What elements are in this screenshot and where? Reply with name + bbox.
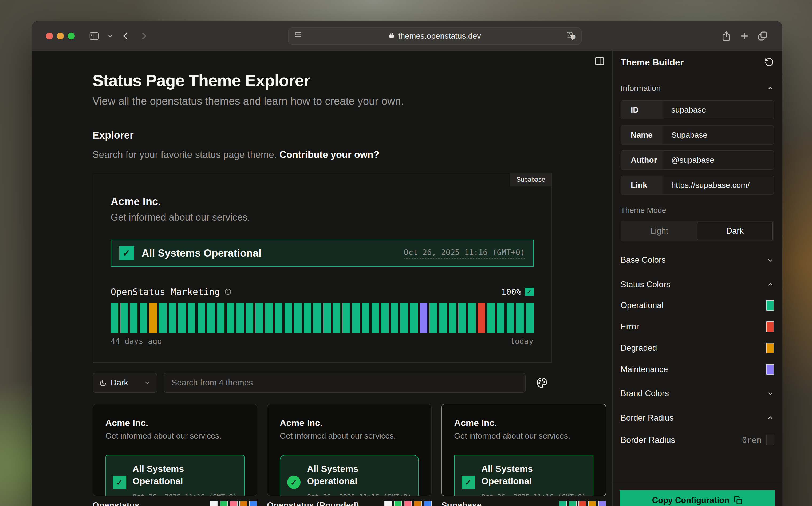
uptime-bar-operational[interactable] bbox=[169, 303, 176, 333]
translate-icon[interactable]: A✦ bbox=[566, 31, 576, 41]
new-tab-icon[interactable] bbox=[739, 30, 750, 41]
status-color-operational: Operational bbox=[620, 300, 774, 311]
uptime-bar-operational[interactable] bbox=[198, 303, 205, 333]
theme-card-supabase[interactable]: Acme Inc. Get informed about our service… bbox=[441, 404, 606, 496]
section-border-radius[interactable]: Border Radius bbox=[620, 413, 774, 423]
uptime-bar-operational[interactable] bbox=[275, 303, 282, 333]
address-bar[interactable]: themes.openstatus.dev A✦ bbox=[288, 27, 582, 45]
uptime-bar-operational[interactable] bbox=[236, 303, 244, 333]
uptime-bar-operational[interactable] bbox=[285, 303, 292, 333]
uptime-bar-operational[interactable] bbox=[333, 303, 340, 333]
field-value-input[interactable]: @supabase bbox=[663, 151, 773, 169]
uptime-bar-operational[interactable] bbox=[121, 303, 128, 333]
info-icon[interactable] bbox=[224, 288, 232, 296]
uptime-bar-operational[interactable] bbox=[468, 303, 475, 333]
theme-swatches bbox=[559, 501, 606, 506]
uptime-bar-operational[interactable] bbox=[507, 303, 514, 333]
bars-range-start: 44 days ago bbox=[111, 337, 162, 346]
palette-icon[interactable] bbox=[532, 373, 552, 393]
theme-color-swatch bbox=[588, 501, 596, 506]
contribute-link[interactable]: Contribute your own? bbox=[280, 149, 379, 160]
close-window-button[interactable] bbox=[46, 32, 53, 39]
uptime-bar-operational[interactable] bbox=[313, 303, 321, 333]
uptime-bar-operational[interactable] bbox=[439, 303, 447, 333]
uptime-bar-operational[interactable] bbox=[178, 303, 186, 333]
uptime-bar-degraded[interactable] bbox=[149, 303, 157, 333]
uptime-bar-operational[interactable] bbox=[488, 303, 495, 333]
browser-window: themes.openstatus.dev A✦ Status Page The… bbox=[32, 21, 782, 506]
border-radius-swatch[interactable] bbox=[766, 434, 774, 445]
uptime-bar-operational[interactable] bbox=[516, 303, 524, 333]
uptime-bar-operational[interactable] bbox=[526, 303, 534, 333]
color-swatch-degraded[interactable] bbox=[766, 343, 774, 353]
copy-configuration-button[interactable]: Copy Configuration bbox=[619, 490, 775, 506]
page-settings-icon[interactable] bbox=[293, 31, 303, 41]
sidebar-chevron-down-icon[interactable] bbox=[107, 32, 114, 39]
uptime-bar-operational[interactable] bbox=[294, 303, 302, 333]
uptime-bar-operational[interactable] bbox=[323, 303, 331, 333]
tab-overview-icon[interactable] bbox=[757, 30, 768, 41]
uptime-bar-operational[interactable] bbox=[130, 303, 138, 333]
browser-toolbar: themes.openstatus.dev A✦ bbox=[32, 21, 782, 51]
uptime-bar-operational[interactable] bbox=[449, 303, 456, 333]
uptime-bars[interactable] bbox=[111, 303, 534, 333]
section-information[interactable]: Information bbox=[620, 84, 774, 93]
theme-mode-dark[interactable]: Dark bbox=[697, 222, 773, 240]
theme-search-input[interactable] bbox=[164, 373, 526, 393]
back-button[interactable] bbox=[121, 31, 131, 41]
chevron-up-icon bbox=[766, 85, 774, 92]
status-timestamp[interactable]: Oct 26, 2025 11:16 (GMT+0) bbox=[404, 248, 525, 259]
share-icon[interactable] bbox=[721, 30, 732, 41]
uptime-bar-operational[interactable] bbox=[410, 303, 418, 333]
theme-card-openstatus-rounded[interactable]: Acme Inc. Get informed about our service… bbox=[267, 404, 432, 496]
field-value-input[interactable]: supabase bbox=[663, 101, 773, 119]
uptime-bar-maintenance[interactable] bbox=[420, 303, 427, 333]
section-status-colors[interactable]: Status Colors bbox=[620, 280, 774, 289]
uptime-bar-operational[interactable] bbox=[255, 303, 263, 333]
theme-color-swatch bbox=[404, 501, 412, 506]
uptime-bar-operational[interactable] bbox=[381, 303, 389, 333]
sidebar-toggle-icon[interactable] bbox=[89, 30, 100, 41]
uptime-bar-operational[interactable] bbox=[159, 303, 166, 333]
theme-mode-light[interactable]: Light bbox=[622, 222, 697, 240]
operational-check-icon: ✓ bbox=[461, 476, 475, 489]
uptime-bar-operational[interactable] bbox=[265, 303, 273, 333]
uptime-bar-operational[interactable] bbox=[400, 303, 408, 333]
color-swatch-operational[interactable] bbox=[766, 300, 774, 311]
uptime-bar-operational[interactable] bbox=[207, 303, 215, 333]
uptime-bar-operational[interactable] bbox=[304, 303, 311, 333]
theme-color-swatch bbox=[230, 501, 237, 506]
field-value-input[interactable]: Supabase bbox=[663, 126, 773, 144]
minimize-window-button[interactable] bbox=[57, 32, 64, 39]
section-label: Brand Colors bbox=[620, 389, 669, 398]
uptime-bar-operational[interactable] bbox=[111, 303, 118, 333]
section-base-colors[interactable]: Base Colors bbox=[620, 255, 774, 265]
uptime-bar-operational[interactable] bbox=[391, 303, 398, 333]
theme-color-swatch bbox=[239, 501, 247, 506]
uptime-bar-operational[interactable] bbox=[497, 303, 505, 333]
panel-toggle-icon[interactable] bbox=[593, 56, 606, 68]
card-tagline: Get informed about our services. bbox=[280, 431, 419, 440]
uptime-bar-operational[interactable] bbox=[458, 303, 466, 333]
uptime-bar-error[interactable] bbox=[478, 303, 485, 333]
color-swatch-maintenance[interactable] bbox=[766, 364, 774, 375]
theme-mode-dropdown[interactable]: Dark bbox=[93, 373, 157, 393]
url-text: themes.openstatus.dev bbox=[398, 31, 481, 40]
uptime-bar-operational[interactable] bbox=[430, 303, 437, 333]
reset-icon[interactable] bbox=[764, 57, 774, 67]
uptime-bar-operational[interactable] bbox=[362, 303, 369, 333]
zoom-window-button[interactable] bbox=[68, 32, 75, 39]
uptime-bar-operational[interactable] bbox=[188, 303, 196, 333]
theme-card-openstatus[interactable]: Acme Inc. Get informed about our service… bbox=[93, 404, 257, 496]
uptime-bar-operational[interactable] bbox=[352, 303, 360, 333]
section-brand-colors[interactable]: Brand Colors bbox=[620, 389, 774, 398]
uptime-bar-operational[interactable] bbox=[217, 303, 224, 333]
uptime-bar-operational[interactable] bbox=[372, 303, 379, 333]
uptime-bar-operational[interactable] bbox=[140, 303, 147, 333]
field-value-input[interactable]: https://supabase.com/ bbox=[663, 176, 773, 194]
uptime-bar-operational[interactable] bbox=[343, 303, 350, 333]
uptime-bar-operational[interactable] bbox=[227, 303, 234, 333]
uptime-bar-operational[interactable] bbox=[246, 303, 253, 333]
color-swatch-error[interactable] bbox=[766, 321, 774, 332]
forward-button[interactable] bbox=[138, 31, 149, 41]
